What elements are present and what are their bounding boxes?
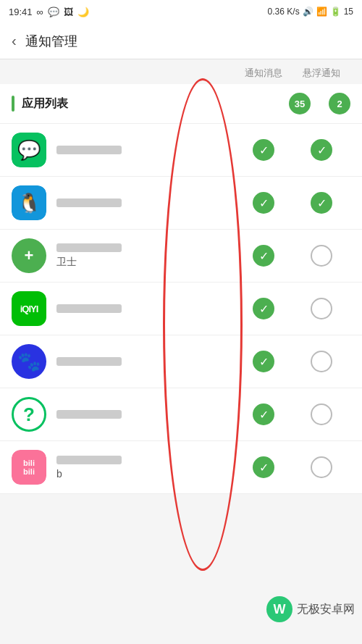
moon-icon: 🌙 — [77, 7, 89, 17]
watermark: W 无极安卓网 — [266, 596, 355, 622]
app-icon-help: ? — [12, 397, 46, 432]
bilibili-float-toggle[interactable] — [292, 456, 350, 478]
image-icon: 🖼 — [64, 7, 73, 17]
wechat-notify-toggle[interactable]: ✓ — [235, 139, 292, 161]
app-name-blur-5 — [56, 357, 122, 366]
app-row-baidu[interactable]: 🐾 ✓ — [0, 335, 362, 388]
battery-icon: 🔋 — [330, 7, 341, 17]
bilibili-float-unchecked — [311, 456, 332, 478]
baidu-notify-toggle[interactable]: ✓ — [235, 351, 292, 372]
app-name-wechat — [56, 146, 235, 154]
app-name-baidu — [56, 357, 235, 366]
section-accent-bar — [12, 96, 14, 112]
app-row-wechat[interactable]: 💬 ✓ ✓ — [0, 124, 362, 177]
header: ‹ 通知管理 — [0, 23, 362, 59]
app-text-bilibili: b — [56, 468, 235, 480]
iqiyi-notify-check: ✓ — [253, 298, 274, 319]
app-name-blur-1 — [56, 146, 122, 154]
baidu-float-toggle[interactable] — [292, 351, 350, 372]
notify-count-badge: 35 — [289, 93, 311, 114]
app-name-qq — [56, 198, 235, 207]
help-float-toggle[interactable] — [292, 403, 350, 425]
app-icon-qq: 🐧 — [12, 185, 46, 220]
360-float-unchecked — [311, 245, 332, 267]
wechat-float-toggle[interactable]: ✓ — [292, 139, 350, 161]
col-header-notify: 通知消息 — [235, 67, 292, 80]
app-row-360[interactable]: + 卫士 ✓ — [0, 230, 362, 283]
baidu-float-unchecked — [311, 351, 332, 372]
qq-float-toggle[interactable]: ✓ — [292, 192, 350, 214]
app-row-iqiyi[interactable]: iQIYI ✓ — [0, 283, 362, 335]
col-header-float: 悬浮通知 — [292, 67, 350, 80]
watermark-text: 无极安卓网 — [297, 602, 355, 617]
iqiyi-float-toggle[interactable] — [292, 298, 350, 319]
app-name-blur-3 — [56, 243, 122, 252]
baidu-notify-check: ✓ — [253, 351, 274, 372]
status-left: 19:41 ∞ 💬 🖼 🌙 — [9, 7, 89, 17]
watermark-logo: W — [266, 596, 292, 622]
column-headers: 通知消息 悬浮通知 — [0, 59, 362, 84]
app-name-iqiyi — [56, 304, 235, 313]
back-button[interactable]: ‹ — [12, 33, 17, 49]
wechat-notify-check: ✓ — [253, 139, 274, 161]
app-icon-baidu: 🐾 — [12, 344, 46, 379]
app-icon-wechat: 💬 — [12, 133, 46, 167]
battery-level: 15 — [344, 7, 353, 17]
volume-icon: 🔊 — [303, 7, 313, 17]
app-name-help — [56, 410, 235, 419]
app-name-bilibili: b — [56, 456, 235, 480]
help-icon: ? — [12, 397, 46, 432]
app-row-help[interactable]: ? ✓ — [0, 388, 362, 441]
page-title: 通知管理 — [25, 33, 77, 50]
status-bar: 19:41 ∞ 💬 🖼 🌙 0.36 K/s 🔊 📶 🔋 15 — [0, 0, 362, 23]
section-title: 应用列表 — [22, 96, 289, 112]
app-name-blur-2 — [56, 198, 122, 207]
qq-icon: 🐧 — [12, 185, 46, 220]
360-notify-toggle[interactable]: ✓ — [235, 245, 292, 267]
360-notify-check: ✓ — [253, 245, 274, 267]
bilibili-icon: bilibili — [12, 450, 46, 485]
signal-icon: 📶 — [316, 7, 327, 17]
iqiyi-notify-toggle[interactable]: ✓ — [235, 298, 292, 319]
app-name-blur-6 — [56, 410, 122, 419]
qq-notify-toggle[interactable]: ✓ — [235, 192, 292, 214]
section-header: 应用列表 35 2 — [0, 84, 362, 124]
app-name-360: 卫士 — [56, 243, 235, 269]
iqiyi-icon: iQIYI — [12, 291, 46, 326]
app-name-blur-7 — [56, 456, 122, 464]
app-text-360: 卫士 — [56, 256, 235, 269]
help-notify-toggle[interactable]: ✓ — [235, 403, 292, 425]
chat-icon: 💬 — [48, 7, 59, 17]
help-notify-check: ✓ — [253, 403, 274, 425]
speed-display: 0.36 K/s — [268, 7, 300, 17]
app-icon-iqiyi: iQIYI — [12, 291, 46, 326]
360-icon: + — [12, 238, 46, 273]
app-row-bilibili[interactable]: bilibili b ✓ — [0, 441, 362, 494]
qq-float-check: ✓ — [311, 192, 332, 214]
qq-notify-check: ✓ — [253, 192, 274, 214]
bilibili-notify-check: ✓ — [253, 456, 274, 478]
status-right: 0.36 K/s 🔊 📶 🔋 15 — [268, 7, 353, 17]
360-float-toggle[interactable] — [292, 245, 350, 267]
bilibili-notify-toggle[interactable]: ✓ — [235, 456, 292, 478]
baidu-icon: 🐾 — [12, 344, 46, 379]
app-icon-bilibili: bilibili — [12, 450, 46, 485]
time-display: 19:41 — [9, 7, 33, 17]
help-float-unchecked — [311, 403, 332, 425]
app-list: 💬 ✓ ✓ 🐧 ✓ ✓ + 卫士 — [0, 124, 362, 494]
wechat-icon: 💬 — [12, 133, 46, 167]
app-row-qq[interactable]: 🐧 ✓ ✓ — [0, 177, 362, 230]
app-icon-360: + — [12, 238, 46, 273]
iqiyi-float-unchecked — [311, 298, 332, 319]
wechat-float-check: ✓ — [311, 139, 332, 161]
app-name-blur-4 — [56, 304, 122, 313]
float-count-badge: 2 — [329, 93, 350, 114]
loop-icon: ∞ — [37, 7, 43, 17]
